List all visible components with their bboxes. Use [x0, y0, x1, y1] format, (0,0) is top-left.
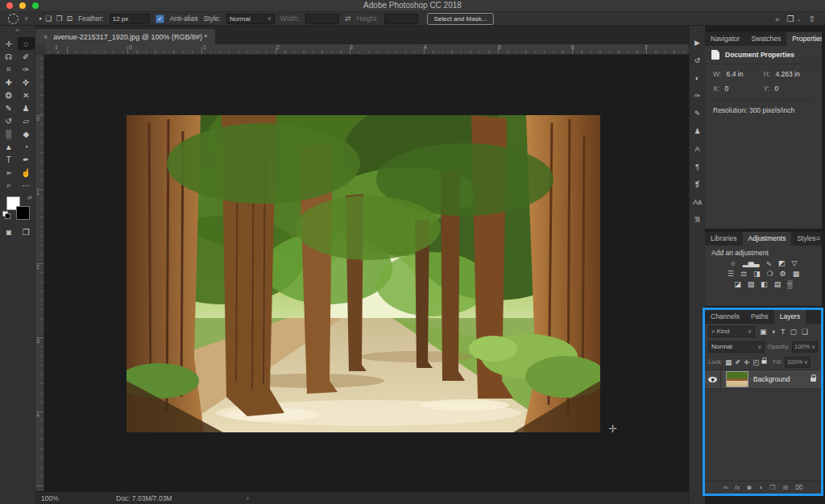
eraser-tool[interactable]: ▱ [18, 114, 35, 127]
slice-tool[interactable]: ✕ [18, 89, 35, 101]
panel-menu-icon[interactable]: ≡ [816, 32, 820, 46]
layer-mask-icon[interactable]: ◙ [748, 484, 752, 491]
character-styles-icon[interactable]: Aa [690, 193, 705, 211]
invert-icon[interactable]: ◪ [734, 280, 741, 289]
canvas-area[interactable]: ✛ [44, 55, 689, 491]
gradient-map-icon[interactable]: ▒ [787, 280, 792, 289]
document-tab[interactable]: × avenue-2215317_1920.jpg @ 100% (RGB/8#… [35, 29, 215, 44]
hue-saturation-icon[interactable]: ☰ [728, 270, 734, 279]
add-selection-mode-icon[interactable]: ❏ [45, 14, 52, 23]
spot-healing-tool[interactable]: ❂ [0, 89, 18, 101]
panel-tab[interactable]: Libraries [705, 232, 743, 246]
sponge-tool[interactable]: ◔ [18, 140, 35, 153]
current-tool-icon[interactable] [8, 14, 19, 24]
workspace-icon[interactable]: ❒ [787, 14, 794, 23]
patch-tool[interactable]: ✜ [18, 76, 35, 89]
filter-adjustment-layers-icon[interactable]: ◗ [772, 328, 776, 336]
crop-tool[interactable]: ⌗ [0, 63, 18, 76]
close-tab-icon[interactable]: × [44, 33, 48, 41]
panel-tab[interactable]: Adjustments [743, 232, 792, 246]
lock-transparency-icon[interactable]: ▦ [725, 358, 732, 366]
search-icon[interactable]: ⌕ [775, 14, 780, 24]
link-layers-icon[interactable]: ∞ [723, 484, 728, 491]
hand-tool[interactable]: ☝ [18, 166, 35, 179]
glyphs-icon[interactable]: ℜ [690, 211, 705, 229]
lock-all-icon[interactable] [762, 360, 767, 364]
workspace-chevron-icon[interactable]: ⌄ [797, 16, 802, 23]
blur-tool[interactable]: ◆ [18, 127, 35, 140]
filter-smart-objects-icon[interactable]: ❏ [802, 328, 808, 336]
filter-type-layers-icon[interactable]: T [781, 328, 786, 336]
subtract-selection-mode-icon[interactable]: ❐ [56, 14, 62, 23]
dodge-tool[interactable]: ▲ [0, 140, 18, 153]
lasso-tool[interactable]: ☊ [0, 50, 18, 63]
elliptical-marquee-tool[interactable]: ◌ [18, 37, 35, 50]
vibrance-icon[interactable]: ▽ [792, 259, 798, 268]
collapse-toolbar-icon[interactable]: » [0, 26, 35, 35]
brushes-icon[interactable]: ✎ [690, 105, 705, 122]
selective-color-icon[interactable]: ▤ [774, 280, 781, 289]
brush-settings-icon[interactable]: ✑ [690, 87, 705, 105]
quick-selection-tool[interactable]: ✐ [18, 50, 35, 63]
panel-tab[interactable]: Channels [705, 310, 745, 324]
edit-toolbar-button[interactable]: ⋯ [18, 179, 35, 192]
history-brush-tool[interactable]: ↺ [0, 114, 18, 127]
layer-style-icon[interactable]: fx [735, 484, 740, 491]
exposure-icon[interactable]: ◩ [778, 259, 786, 268]
new-layer-icon[interactable]: ⊞ [782, 484, 788, 491]
delete-layer-icon[interactable]: ⌧ [795, 484, 802, 491]
filter-shape-layers-icon[interactable]: ▢ [790, 328, 797, 336]
layer-row-background[interactable]: Background [705, 370, 821, 389]
swap-colors-icon[interactable]: ⇄ [27, 195, 32, 201]
document-image[interactable] [126, 115, 600, 432]
intersect-selection-mode-icon[interactable]: ⊡ [66, 14, 73, 23]
move-tool[interactable]: ✛ [0, 37, 18, 50]
gradient-tool[interactable]: ▒ [0, 127, 18, 140]
blend-mode-select[interactable]: Normal ∨ [708, 341, 765, 353]
antialias-checkbox[interactable]: ✓ [155, 14, 164, 23]
curves-icon[interactable]: ∿ [766, 259, 773, 268]
actions-icon[interactable]: ▶ [690, 34, 705, 52]
select-and-mask-button[interactable]: Select and Mask... [427, 13, 495, 25]
clone-stamp-tool[interactable]: ♟ [18, 101, 35, 114]
levels-icon[interactable]: ▂▅▃ [743, 259, 760, 268]
quick-mask-button[interactable]: ◙ [0, 225, 18, 238]
clone-source-icon[interactable]: ♟ [690, 122, 705, 140]
channel-mixer-icon[interactable]: ⚙ [780, 270, 786, 279]
fill-input[interactable]: 100% ∨ [785, 357, 810, 368]
color-balance-icon[interactable]: ⚖ [740, 270, 747, 279]
paragraph-icon[interactable]: ¶ [690, 158, 705, 176]
threshold-icon[interactable]: ◧ [761, 280, 768, 289]
path-selection-tool[interactable]: ➢ [0, 166, 18, 179]
paragraph-styles-icon[interactable]: ❡ [690, 176, 705, 193]
layer-visibility-cell[interactable] [705, 370, 721, 388]
color-lookup-icon[interactable]: ▦ [793, 270, 800, 279]
panel-menu-icon[interactable]: ≡ [816, 232, 820, 246]
lock-position-icon[interactable]: ✛ [744, 358, 749, 366]
character-icon[interactable]: A [690, 140, 705, 158]
adjustment-layer-icon[interactable]: ◑ [758, 484, 762, 491]
width-input[interactable] [305, 14, 339, 24]
pen-tool[interactable]: ✒ [18, 153, 35, 166]
brightness-contrast-icon[interactable]: ☼ [730, 259, 736, 268]
layer-group-icon[interactable]: ❒ [769, 484, 775, 491]
healing-brush-tool[interactable]: ✚ [0, 76, 18, 89]
style-select[interactable]: Normal ∨ [226, 14, 275, 24]
status-options-chevron-icon[interactable]: › [247, 494, 249, 502]
panel-tab[interactable]: Layers [774, 310, 806, 324]
height-input[interactable] [384, 14, 418, 24]
type-tool[interactable]: T [0, 153, 18, 166]
posterize-icon[interactable]: ▨ [748, 280, 755, 289]
lock-paint-icon[interactable]: ✐ [735, 358, 740, 366]
share-icon[interactable]: ⇧ [809, 14, 815, 23]
kind-filter-select[interactable]: ⌕ Kind ∨ [708, 326, 755, 337]
lock-artboard-icon[interactable]: ◰ [752, 358, 759, 366]
layer-thumbnail[interactable] [726, 371, 748, 387]
filter-pixel-layers-icon[interactable]: ▣ [760, 328, 767, 336]
history-icon[interactable]: ↺ [690, 52, 705, 69]
antialias-label[interactable]: Anti-alias [170, 14, 198, 23]
swap-dimensions-icon[interactable]: ⇄ [345, 14, 351, 23]
panel-tab[interactable]: Paths [745, 310, 774, 324]
screen-mode-button[interactable]: ❐ [18, 225, 35, 238]
black-white-icon[interactable]: ◨ [753, 270, 761, 279]
